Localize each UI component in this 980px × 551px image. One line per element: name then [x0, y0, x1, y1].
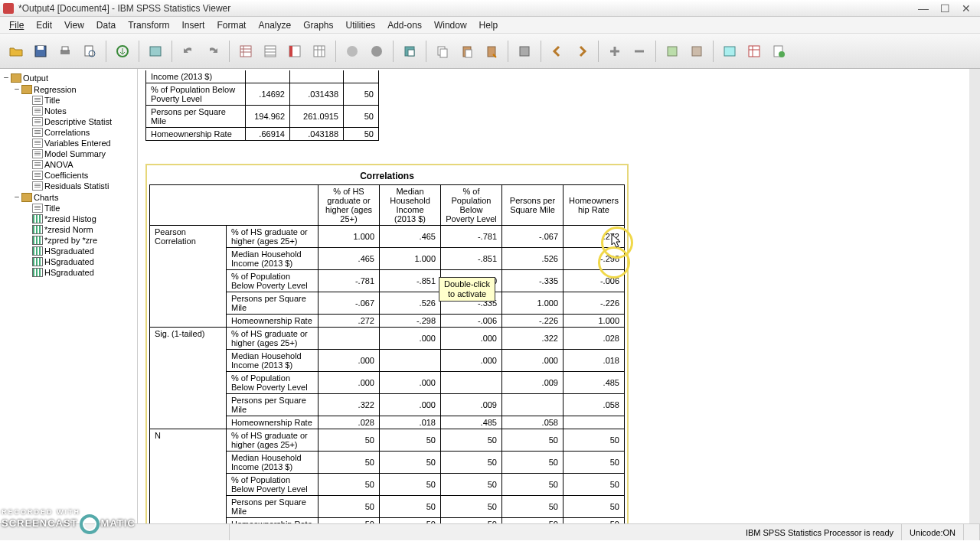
designate-window-button[interactable]	[513, 40, 536, 63]
paste-button[interactable]	[456, 40, 479, 63]
menubar: File Edit View Data Transform Insert For…	[0, 17, 980, 34]
correlations-table[interactable]: % of HS graduate or higher (ages 25+)Med…	[149, 184, 625, 523]
tree-item[interactable]: Coefficients	[2, 170, 136, 181]
menu-window[interactable]: Window	[428, 18, 473, 32]
tree-output[interactable]: −Output	[2, 72, 136, 83]
app-icon	[3, 3, 14, 14]
goto-case-button[interactable]	[259, 40, 282, 63]
tree-item[interactable]: Descriptive Statist	[2, 116, 136, 127]
status-unicode: Unicode:ON	[902, 524, 964, 540]
activate-tooltip: Double-click to activate	[439, 277, 495, 302]
svg-rect-3	[62, 47, 68, 51]
tree-item[interactable]: Title	[2, 95, 136, 106]
tree-item[interactable]: Variables Entered	[2, 138, 136, 148]
output-content[interactable]: Income (2013 $) % of Population Below Po…	[138, 69, 980, 523]
svg-rect-23	[668, 47, 677, 56]
tree-item[interactable]: Model Summary	[2, 148, 136, 159]
new-data-button[interactable]	[743, 40, 766, 63]
nav-back-button[interactable]	[546, 40, 569, 63]
svg-rect-20	[466, 50, 472, 57]
select-button[interactable]	[341, 40, 364, 63]
nav-forward-button[interactable]	[570, 40, 593, 63]
menu-transform[interactable]: Transform	[122, 18, 175, 32]
tree-item[interactable]: Title	[2, 203, 136, 214]
svg-rect-11	[289, 46, 292, 57]
svg-rect-18	[440, 49, 447, 57]
zoom-out-button[interactable]	[628, 40, 651, 63]
descriptives-fragment[interactable]: Income (2013 $) % of Population Below Po…	[145, 70, 379, 141]
statusbar: IBM SPSS Statistics Processor is ready U…	[0, 523, 980, 540]
tree-item[interactable]: *zpred by *zre	[2, 235, 136, 246]
variables-button[interactable]	[283, 40, 306, 63]
svg-rect-8	[240, 46, 251, 57]
svg-point-14	[371, 46, 382, 57]
copy-button[interactable]	[431, 40, 454, 63]
menu-data[interactable]: Data	[90, 18, 122, 32]
save-button[interactable]	[29, 40, 52, 63]
svg-rect-12	[314, 46, 325, 57]
tree-item[interactable]: *zresid Norm	[2, 224, 136, 235]
select-last-button[interactable]	[365, 40, 388, 63]
tree-regression[interactable]: −Regression	[2, 83, 136, 95]
redo-button[interactable]	[201, 40, 224, 63]
minimize-button[interactable]: —	[913, 2, 934, 15]
tree-item[interactable]: HSgraduated	[2, 267, 136, 278]
export-button[interactable]	[111, 40, 134, 63]
tree-item[interactable]: ANOVA	[2, 159, 136, 170]
svg-rect-16	[408, 50, 414, 56]
tree-item[interactable]: Residuals Statisti	[2, 181, 136, 191]
undo-button[interactable]	[177, 40, 200, 63]
workspace: −Output −Regression Title Notes Descript…	[0, 69, 980, 523]
menu-file[interactable]: File	[3, 18, 30, 32]
svg-rect-24	[692, 47, 701, 56]
menu-addons[interactable]: Add-ons	[381, 18, 428, 32]
tree-item[interactable]: HSgraduated	[2, 256, 136, 267]
tree-charts[interactable]: −Charts	[2, 191, 136, 203]
tree-item[interactable]: HSgraduated	[2, 246, 136, 256]
svg-rect-7	[150, 47, 161, 56]
toolbar	[0, 34, 980, 69]
svg-point-28	[779, 51, 785, 57]
menu-analyze[interactable]: Analyze	[252, 18, 297, 32]
print-preview-button[interactable]	[78, 40, 101, 63]
tree-collapse-button[interactable]	[661, 40, 684, 63]
correlations-table-wrapper[interactable]: Correlations % of HS graduate or higher …	[145, 164, 629, 523]
goto-data-button[interactable]	[234, 40, 257, 63]
menu-view[interactable]: View	[58, 18, 90, 32]
tree-item[interactable]: *zresid Histog	[2, 214, 136, 224]
recorder-watermark: RECORDED WITH SCREENCASTMATIC	[2, 508, 136, 534]
syntax-button[interactable]	[718, 40, 741, 63]
menu-graphs[interactable]: Graphs	[297, 18, 339, 32]
show-hide-button[interactable]	[398, 40, 421, 63]
vertical-scrollbar[interactable]	[969, 69, 980, 523]
insert-table-button[interactable]	[308, 40, 331, 63]
menu-insert[interactable]: Insert	[175, 18, 211, 32]
svg-point-13	[347, 46, 358, 57]
menu-help[interactable]: Help	[473, 18, 505, 32]
menu-utilities[interactable]: Utilities	[340, 18, 382, 32]
menu-edit[interactable]: Edit	[30, 18, 58, 32]
recall-dialog-button[interactable]	[144, 40, 167, 63]
maximize-button[interactable]: ☐	[934, 2, 956, 15]
correlations-title: Correlations	[149, 168, 625, 184]
svg-rect-1	[38, 46, 44, 50]
status-processor: IBM SPSS Statistics Processor is ready	[738, 524, 902, 540]
paste-special-button[interactable]	[480, 40, 503, 63]
print-button[interactable]	[54, 40, 77, 63]
zoom-in-button[interactable]	[603, 40, 626, 63]
window-title: *Output4 [Document4] - IBM SPSS Statisti…	[18, 3, 913, 14]
close-button[interactable]: ✕	[956, 2, 977, 15]
tree-expand-button[interactable]	[685, 40, 708, 63]
tree-item[interactable]: Correlations	[2, 127, 136, 138]
new-syntax-button[interactable]	[767, 40, 790, 63]
outline-tree[interactable]: −Output −Regression Title Notes Descript…	[0, 69, 138, 523]
window-titlebar: *Output4 [Document4] - IBM SPSS Statisti…	[0, 0, 980, 17]
tree-item[interactable]: Notes	[2, 106, 136, 116]
svg-rect-25	[724, 47, 735, 56]
svg-rect-22	[520, 47, 529, 56]
menu-format[interactable]: Format	[211, 18, 252, 32]
open-button[interactable]	[5, 40, 28, 63]
svg-rect-26	[749, 46, 760, 57]
